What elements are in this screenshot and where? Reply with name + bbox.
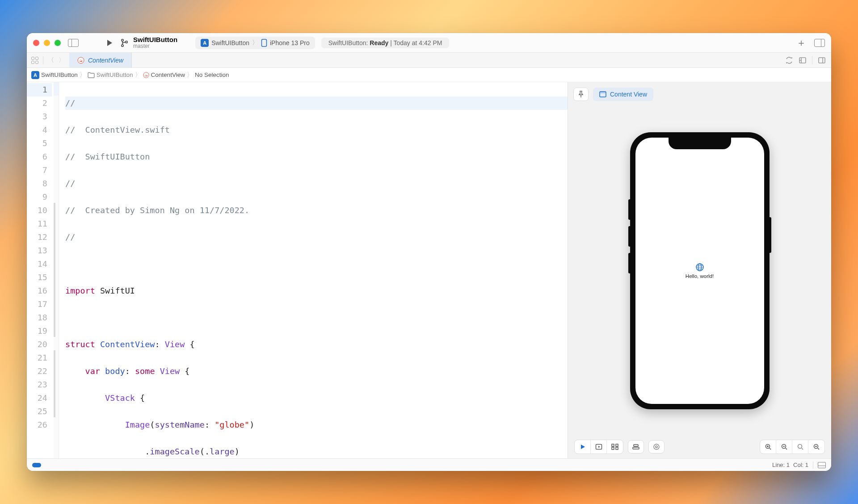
pin-preview-button[interactable]	[573, 88, 589, 101]
status-state: Ready	[370, 39, 388, 46]
tab-bar: 〈 〉 ContentView	[27, 53, 831, 68]
library-button[interactable]: ＋	[796, 36, 806, 50]
nav-back-button[interactable]: 〈	[48, 56, 54, 64]
activity-status[interactable]: SwiftUIButton: Ready | Today at 4:42 PM	[321, 38, 450, 48]
svg-point-7	[143, 72, 148, 77]
selectable-preview-button[interactable]	[591, 440, 607, 454]
zoom-controls	[760, 440, 825, 454]
zoom-window-button[interactable]	[55, 40, 61, 46]
titlebar: SwiftUIButton master A SwiftUIButton 〉 i…	[27, 33, 831, 53]
preview-canvas-panel: Content View Hello, world!	[568, 82, 831, 458]
preview-options-button[interactable]	[648, 440, 665, 454]
preview-content-chip[interactable]: Content View	[593, 88, 653, 101]
window-traffic-lights	[33, 40, 61, 46]
variants-button[interactable]	[607, 440, 623, 454]
toggle-debug-area-button[interactable]	[818, 462, 826, 468]
preview-chip-label: Content View	[610, 91, 647, 98]
preview-top-bar: Content View	[568, 82, 831, 106]
chevron-right-icon: 〉	[187, 71, 193, 79]
svg-rect-15	[612, 447, 614, 449]
svg-point-19	[654, 444, 659, 449]
svg-rect-9	[600, 92, 606, 93]
cursor-line: Line: 1	[772, 462, 790, 468]
live-preview-button[interactable]	[575, 440, 591, 454]
nav-forward-button: 〉	[59, 56, 65, 64]
source-control-icon[interactable]	[120, 38, 129, 47]
tab-filename: ContentView	[88, 57, 123, 64]
svg-point-4	[78, 57, 84, 63]
svg-rect-6	[819, 58, 825, 63]
scheme-device: iPhone 13 Pro	[270, 39, 310, 46]
status-prefix: SwiftUIButton:	[328, 39, 370, 46]
chevron-right-icon: 〉	[135, 71, 141, 79]
preview-hello-text: Hello, world!	[686, 273, 714, 279]
device-icon	[261, 38, 267, 47]
scheme-selector[interactable]: A SwiftUIButton 〉 iPhone 13 Pro	[195, 37, 315, 49]
main-split: 1234567891011121314151617181920212223242…	[27, 82, 831, 458]
svg-rect-16	[616, 447, 618, 449]
chevron-right-icon: 〉	[80, 71, 86, 79]
preview-canvas[interactable]: Hello, world!	[568, 106, 831, 435]
breadcrumb[interactable]: A SwiftUIButton 〉 SwiftUIButton 〉 Conten…	[27, 68, 831, 82]
zoom-fit-button[interactable]	[776, 440, 792, 454]
editor-options	[780, 53, 831, 67]
add-editor-icon[interactable]	[818, 56, 826, 64]
swift-file-icon	[77, 57, 84, 64]
iphone-device-frame: Hello, world!	[630, 132, 770, 409]
scheme-target: SwiftUIButton	[211, 39, 249, 46]
code-editor[interactable]: 1234567891011121314151617181920212223242…	[27, 82, 568, 458]
refresh-icon[interactable]	[785, 56, 793, 64]
zoom-actual-button[interactable]	[792, 440, 808, 454]
separator	[43, 56, 43, 64]
tab-nav-controls: 〈 〉	[27, 53, 69, 67]
toggle-navigator-button[interactable]	[68, 39, 79, 47]
close-window-button[interactable]	[33, 40, 39, 46]
svg-rect-17	[633, 447, 639, 449]
iphone-notch	[669, 138, 731, 149]
breadcrumb-folder: SwiftUIButton	[97, 71, 133, 78]
separator	[813, 462, 813, 469]
chevron-right-icon: 〉	[252, 39, 258, 47]
separator	[812, 56, 812, 64]
preview-bottom-bar	[568, 435, 831, 458]
breadcrumb-project: SwiftUIButton	[41, 71, 78, 78]
iphone-screen: Hello, world!	[635, 138, 764, 404]
app-icon: A	[201, 39, 209, 47]
related-items-icon[interactable]	[31, 57, 38, 64]
line-gutter: 1234567891011121314151617181920212223242…	[27, 82, 54, 458]
breadcrumb-file: ContentView	[151, 71, 185, 78]
project-title[interactable]: SwiftUIButton master	[133, 36, 177, 49]
svg-point-23	[798, 445, 802, 449]
svg-point-20	[656, 446, 657, 448]
code-area[interactable]: // // ContentView.swift // SwiftUIButton…	[59, 82, 568, 458]
svg-rect-3	[261, 39, 266, 46]
change-marker-strip	[54, 82, 59, 458]
status-suffix: | Today at 4:42 PM	[388, 39, 442, 46]
editor-layout-icon[interactable]	[799, 56, 807, 64]
svg-rect-14	[616, 444, 618, 446]
branch-name: master	[133, 43, 177, 49]
svg-rect-13	[612, 444, 614, 446]
svg-point-2	[126, 41, 127, 42]
swift-file-icon	[143, 72, 149, 78]
cursor-col: Col: 1	[793, 462, 808, 468]
minimize-window-button[interactable]	[44, 40, 50, 46]
run-button[interactable]	[105, 39, 114, 47]
zoom-out-button[interactable]	[808, 440, 824, 454]
status-indicator[interactable]	[32, 463, 41, 467]
tab-contentview[interactable]: ContentView	[69, 53, 132, 67]
breadcrumb-selection: No Selection	[195, 71, 229, 78]
zoom-in-button[interactable]	[760, 440, 776, 454]
xcode-window: SwiftUIButton master A SwiftUIButton 〉 i…	[27, 33, 831, 471]
svg-point-1	[122, 44, 123, 46]
preview-mode-group	[574, 440, 623, 454]
folder-icon	[88, 72, 95, 78]
globe-icon	[695, 263, 704, 272]
project-name: SwiftUIButton	[133, 36, 177, 43]
device-settings-button[interactable]	[628, 440, 644, 454]
app-icon: A	[31, 71, 39, 79]
toggle-inspector-button[interactable]	[814, 39, 825, 47]
svg-point-0	[122, 39, 123, 41]
svg-rect-18	[634, 445, 638, 446]
preview-chip-icon	[599, 91, 606, 97]
